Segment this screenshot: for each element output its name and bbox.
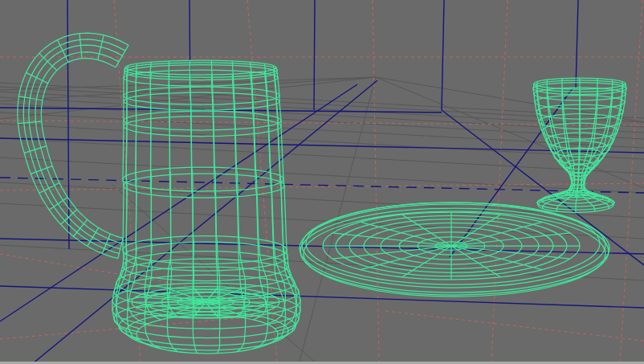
scene-svg — [0, 0, 644, 364]
major-grid-navy — [0, 0, 644, 364]
goblet-wireframe[interactable] — [533, 78, 626, 213]
3d-viewport[interactable] — [0, 0, 644, 364]
construction-lines-red — [0, 0, 644, 364]
